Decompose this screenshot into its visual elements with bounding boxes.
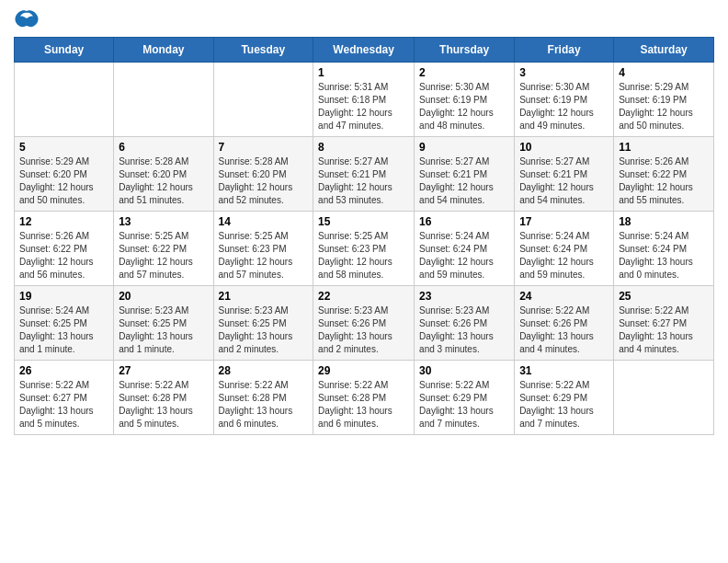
calendar-cell: 27Sunrise: 5:22 AM Sunset: 6:28 PM Dayli…	[114, 361, 213, 435]
calendar-cell: 30Sunrise: 5:22 AM Sunset: 6:29 PM Dayli…	[415, 361, 515, 435]
calendar-cell: 8Sunrise: 5:27 AM Sunset: 6:21 PM Daylig…	[313, 137, 415, 212]
day-info: Sunrise: 5:29 AM Sunset: 6:19 PM Dayligh…	[619, 81, 709, 132]
calendar-cell: 1Sunrise: 5:31 AM Sunset: 6:18 PM Daylig…	[313, 63, 415, 137]
day-number: 31	[519, 364, 609, 377]
calendar-cell: 20Sunrise: 5:23 AM Sunset: 6:25 PM Dayli…	[114, 286, 213, 361]
calendar-cell: 14Sunrise: 5:25 AM Sunset: 6:23 PM Dayli…	[213, 212, 313, 286]
day-info: Sunrise: 5:22 AM Sunset: 6:29 PM Dayligh…	[419, 379, 509, 431]
day-info: Sunrise: 5:27 AM Sunset: 6:21 PM Dayligh…	[519, 155, 609, 207]
day-number: 15	[318, 215, 409, 228]
calendar-week-row: 5Sunrise: 5:29 AM Sunset: 6:20 PM Daylig…	[15, 137, 714, 212]
day-info: Sunrise: 5:23 AM Sunset: 6:26 PM Dayligh…	[419, 304, 509, 356]
calendar-cell: 16Sunrise: 5:24 AM Sunset: 6:24 PM Dayli…	[415, 212, 515, 286]
day-info: Sunrise: 5:23 AM Sunset: 6:25 PM Dayligh…	[219, 304, 309, 356]
calendar-cell: 2Sunrise: 5:30 AM Sunset: 6:19 PM Daylig…	[415, 63, 515, 137]
day-number: 14	[219, 215, 309, 228]
day-number: 21	[219, 290, 309, 303]
day-number: 24	[519, 290, 609, 303]
day-info: Sunrise: 5:22 AM Sunset: 6:28 PM Dayligh…	[219, 379, 309, 431]
day-number: 3	[519, 66, 609, 79]
day-info: Sunrise: 5:22 AM Sunset: 6:27 PM Dayligh…	[19, 379, 108, 431]
calendar-cell: 31Sunrise: 5:22 AM Sunset: 6:29 PM Dayli…	[515, 361, 614, 435]
weekday-header-monday: Monday	[114, 38, 213, 63]
day-info: Sunrise: 5:28 AM Sunset: 6:20 PM Dayligh…	[219, 155, 309, 207]
day-info: Sunrise: 5:29 AM Sunset: 6:20 PM Dayligh…	[19, 155, 108, 207]
calendar-cell: 23Sunrise: 5:23 AM Sunset: 6:26 PM Dayli…	[415, 286, 515, 361]
day-number: 6	[119, 141, 208, 154]
calendar-cell: 10Sunrise: 5:27 AM Sunset: 6:21 PM Dayli…	[515, 137, 614, 212]
day-info: Sunrise: 5:22 AM Sunset: 6:26 PM Dayligh…	[519, 304, 609, 356]
calendar-cell	[614, 361, 714, 435]
weekday-header-wednesday: Wednesday	[313, 38, 415, 63]
calendar-cell: 18Sunrise: 5:24 AM Sunset: 6:24 PM Dayli…	[614, 212, 714, 286]
calendar-cell: 21Sunrise: 5:23 AM Sunset: 6:25 PM Dayli…	[213, 286, 313, 361]
day-number: 23	[419, 290, 509, 303]
day-info: Sunrise: 5:24 AM Sunset: 6:24 PM Dayligh…	[519, 230, 609, 282]
calendar-cell: 25Sunrise: 5:22 AM Sunset: 6:27 PM Dayli…	[614, 286, 714, 361]
day-info: Sunrise: 5:25 AM Sunset: 6:23 PM Dayligh…	[318, 230, 409, 282]
calendar-cell: 17Sunrise: 5:24 AM Sunset: 6:24 PM Dayli…	[515, 212, 614, 286]
day-number: 19	[19, 290, 108, 303]
day-number: 10	[519, 141, 609, 154]
calendar-cell: 29Sunrise: 5:22 AM Sunset: 6:28 PM Dayli…	[313, 361, 415, 435]
day-info: Sunrise: 5:31 AM Sunset: 6:18 PM Dayligh…	[318, 81, 409, 132]
day-number: 30	[419, 364, 509, 377]
day-info: Sunrise: 5:28 AM Sunset: 6:20 PM Dayligh…	[119, 155, 208, 207]
day-number: 25	[619, 290, 709, 303]
day-number: 9	[419, 141, 509, 154]
day-info: Sunrise: 5:25 AM Sunset: 6:23 PM Dayligh…	[219, 230, 309, 282]
calendar-cell: 11Sunrise: 5:26 AM Sunset: 6:22 PM Dayli…	[614, 137, 714, 212]
calendar-cell	[213, 63, 313, 137]
weekday-header-thursday: Thursday	[415, 38, 515, 63]
day-info: Sunrise: 5:24 AM Sunset: 6:25 PM Dayligh…	[19, 304, 108, 356]
day-info: Sunrise: 5:27 AM Sunset: 6:21 PM Dayligh…	[419, 155, 509, 207]
day-info: Sunrise: 5:23 AM Sunset: 6:25 PM Dayligh…	[119, 304, 208, 356]
day-info: Sunrise: 5:22 AM Sunset: 6:27 PM Dayligh…	[619, 304, 709, 356]
day-info: Sunrise: 5:22 AM Sunset: 6:29 PM Dayligh…	[519, 379, 609, 431]
calendar-cell: 24Sunrise: 5:22 AM Sunset: 6:26 PM Dayli…	[515, 286, 614, 361]
calendar-cell: 7Sunrise: 5:28 AM Sunset: 6:20 PM Daylig…	[213, 137, 313, 212]
day-info: Sunrise: 5:22 AM Sunset: 6:28 PM Dayligh…	[318, 379, 409, 431]
calendar-cell: 9Sunrise: 5:27 AM Sunset: 6:21 PM Daylig…	[415, 137, 515, 212]
calendar-table: SundayMondayTuesdayWednesdayThursdayFrid…	[14, 37, 714, 435]
day-info: Sunrise: 5:23 AM Sunset: 6:26 PM Dayligh…	[318, 304, 409, 356]
day-number: 2	[419, 66, 509, 79]
calendar-cell: 26Sunrise: 5:22 AM Sunset: 6:27 PM Dayli…	[15, 361, 114, 435]
day-number: 7	[219, 141, 309, 154]
day-number: 27	[119, 364, 208, 377]
weekday-header-row: SundayMondayTuesdayWednesdayThursdayFrid…	[15, 38, 714, 63]
header	[14, 9, 714, 29]
day-info: Sunrise: 5:25 AM Sunset: 6:22 PM Dayligh…	[119, 230, 208, 282]
weekday-header-friday: Friday	[515, 38, 614, 63]
calendar-cell: 15Sunrise: 5:25 AM Sunset: 6:23 PM Dayli…	[313, 212, 415, 286]
calendar-week-row: 26Sunrise: 5:22 AM Sunset: 6:27 PM Dayli…	[15, 361, 714, 435]
day-number: 20	[119, 290, 208, 303]
day-info: Sunrise: 5:30 AM Sunset: 6:19 PM Dayligh…	[519, 81, 609, 132]
day-number: 16	[419, 215, 509, 228]
day-info: Sunrise: 5:27 AM Sunset: 6:21 PM Dayligh…	[318, 155, 409, 207]
calendar-cell: 19Sunrise: 5:24 AM Sunset: 6:25 PM Dayli…	[15, 286, 114, 361]
day-number: 13	[119, 215, 208, 228]
day-info: Sunrise: 5:26 AM Sunset: 6:22 PM Dayligh…	[619, 155, 709, 207]
calendar-cell: 3Sunrise: 5:30 AM Sunset: 6:19 PM Daylig…	[515, 63, 614, 137]
day-number: 26	[19, 364, 108, 377]
calendar-week-row: 1Sunrise: 5:31 AM Sunset: 6:18 PM Daylig…	[15, 63, 714, 137]
day-number: 28	[219, 364, 309, 377]
day-number: 11	[619, 141, 709, 154]
calendar-cell: 28Sunrise: 5:22 AM Sunset: 6:28 PM Dayli…	[213, 361, 313, 435]
day-number: 1	[318, 66, 409, 79]
day-number: 4	[619, 66, 709, 79]
calendar-cell	[114, 63, 213, 137]
logo	[14, 9, 43, 29]
day-info: Sunrise: 5:26 AM Sunset: 6:22 PM Dayligh…	[19, 230, 108, 282]
day-number: 18	[619, 215, 709, 228]
calendar-cell: 12Sunrise: 5:26 AM Sunset: 6:22 PM Dayli…	[15, 212, 114, 286]
weekday-header-tuesday: Tuesday	[213, 38, 313, 63]
day-info: Sunrise: 5:30 AM Sunset: 6:19 PM Dayligh…	[419, 81, 509, 132]
logo-bird-icon	[14, 9, 40, 29]
calendar-week-row: 19Sunrise: 5:24 AM Sunset: 6:25 PM Dayli…	[15, 286, 714, 361]
calendar-cell: 5Sunrise: 5:29 AM Sunset: 6:20 PM Daylig…	[15, 137, 114, 212]
day-number: 17	[519, 215, 609, 228]
calendar-cell: 6Sunrise: 5:28 AM Sunset: 6:20 PM Daylig…	[114, 137, 213, 212]
weekday-header-saturday: Saturday	[614, 38, 714, 63]
